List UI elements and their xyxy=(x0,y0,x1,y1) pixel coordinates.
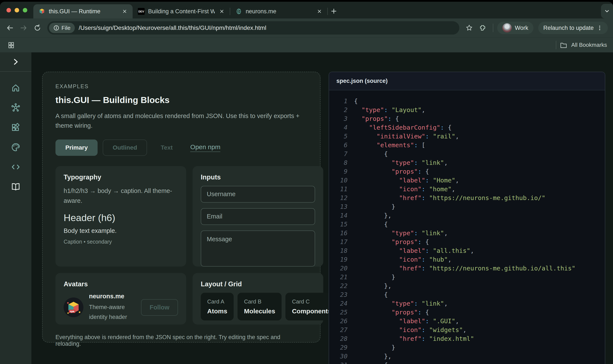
zoom-window-button[interactable] xyxy=(23,8,27,13)
code-line: 6 "elements": [ xyxy=(329,141,605,150)
code-line: 22 }, xyxy=(329,282,605,290)
reload-button[interactable] xyxy=(31,22,43,34)
bookmark-star-icon[interactable] xyxy=(463,22,475,34)
mini-card-eyebrow: Card B xyxy=(244,298,275,305)
avatar-name: neurons.me xyxy=(89,293,135,300)
mini-card-label: Components xyxy=(292,308,331,315)
email-input[interactable] xyxy=(201,208,315,225)
new-tab-button[interactable] xyxy=(328,5,340,17)
text-button[interactable]: Text xyxy=(152,140,181,156)
mini-card-molecules: Card B Molecules xyxy=(237,293,281,320)
inputs-card: Inputs xyxy=(193,166,323,267)
avatars-card: Avatars npm neurons.me Theme-aware ident… xyxy=(56,273,186,325)
tab-this-gui-runtime[interactable]: this.GUI — Runtime xyxy=(33,4,133,18)
code-line: 24 "type": "link", xyxy=(329,299,605,308)
code-line: 27 "icon": "widgets", xyxy=(329,325,605,334)
tab-title: this.GUI — Runtime xyxy=(49,8,118,15)
book-icon[interactable] xyxy=(11,182,21,192)
code-line: 3 "props": { xyxy=(329,114,605,123)
toolbar-divider xyxy=(493,24,493,32)
follow-button[interactable]: Follow xyxy=(141,299,178,316)
code-line: 11 "icon": "home", xyxy=(329,185,605,194)
tab-search-button[interactable] xyxy=(601,4,613,18)
apps-grid-icon[interactable] xyxy=(5,39,17,51)
all-bookmarks-label: All Bookmarks xyxy=(571,42,607,48)
code-line: 19 "icon": "hub", xyxy=(329,255,605,264)
header-sample: Header (h6) xyxy=(64,212,178,223)
info-icon xyxy=(53,25,59,31)
npm-cube-avatar: npm xyxy=(64,298,84,317)
code-lines[interactable]: 1{2 "type": "Layout",3 "props": {4 "left… xyxy=(329,90,605,364)
close-tab-icon[interactable] xyxy=(121,8,128,15)
profile-avatar xyxy=(502,23,512,33)
forward-button[interactable] xyxy=(18,22,30,34)
main-area: EXAMPLES this.GUI — Building Blocks A sm… xyxy=(31,52,613,364)
window-controls xyxy=(0,2,33,18)
svg-text:npm: npm xyxy=(70,310,74,313)
home-icon[interactable] xyxy=(11,83,21,93)
code-icon[interactable] xyxy=(11,162,21,172)
code-line: 7 { xyxy=(329,150,605,158)
tab-title: Building a Content-First Web xyxy=(148,8,215,15)
code-line: 31 { xyxy=(329,361,605,364)
browser-toolbar: File /Users/suign/Desktop/Neuroverse/all… xyxy=(0,18,613,37)
card-title: Typography xyxy=(64,173,178,181)
expand-sidebar-button[interactable] xyxy=(0,52,31,71)
code-line: 26 "label": ".GUI", xyxy=(329,317,605,325)
close-tab-icon[interactable] xyxy=(218,8,225,15)
examples-eyebrow: EXAMPLES xyxy=(56,83,307,90)
back-button[interactable] xyxy=(4,22,16,34)
address-bar[interactable]: File /Users/suign/Desktop/Neuroverse/all… xyxy=(47,21,459,35)
palette-icon[interactable] xyxy=(11,142,21,152)
tab-title: neurons.me xyxy=(246,8,312,15)
code-line: 14 }, xyxy=(329,211,605,220)
message-input[interactable] xyxy=(201,231,315,267)
code-line: 4 "leftSidebarConfig": { xyxy=(329,123,605,132)
card-grid: Typography h1/h2/h3 → body → caption. Al… xyxy=(56,166,307,325)
close-window-button[interactable] xyxy=(6,8,11,13)
open-npm-link[interactable]: Open npm xyxy=(190,143,220,152)
profile-button[interactable]: Work xyxy=(497,22,533,34)
code-line: 28 "href": "index.html" xyxy=(329,334,605,343)
examples-gallery-panel: EXAMPLES this.GUI — Building Blocks A sm… xyxy=(42,72,320,342)
extensions-icon[interactable] xyxy=(477,22,489,34)
mini-card-label: Molecules xyxy=(244,308,275,315)
code-line: 29 } xyxy=(329,343,605,352)
card-title: Avatars xyxy=(64,280,178,288)
close-tab-icon[interactable] xyxy=(316,8,323,15)
mini-card-label: Atoms xyxy=(207,308,227,315)
code-line: 8 "type": "link", xyxy=(329,158,605,167)
code-line: 5 "initialView": "rail", xyxy=(329,132,605,141)
body-sample: Body text example. xyxy=(64,227,178,234)
all-bookmarks-button[interactable]: All Bookmarks xyxy=(560,41,607,49)
relaunch-to-update-button[interactable]: Relaunch to update xyxy=(538,22,608,34)
brain-icon xyxy=(235,8,242,15)
profile-label: Work xyxy=(515,25,528,31)
primary-button[interactable]: Primary xyxy=(56,140,98,156)
code-line: 18 "label": "all.this", xyxy=(329,246,605,255)
dev-icon: DEV xyxy=(138,8,145,15)
cube-icon xyxy=(39,8,45,15)
page-description: A small gallery of atoms and molecules r… xyxy=(56,111,307,130)
code-line: 25 "props": { xyxy=(329,308,605,317)
tab-neurons-me[interactable]: neurons.me xyxy=(230,4,327,18)
code-line: 23 { xyxy=(329,290,605,299)
code-panel-title: spec.json (source) xyxy=(329,72,605,90)
code-line: 13 } xyxy=(329,202,605,211)
code-line: 30 }, xyxy=(329,352,605,361)
outlined-button[interactable]: Outlined xyxy=(103,140,147,156)
tab-building-content-first-web[interactable]: DEV Building a Content-First Web xyxy=(133,4,230,18)
minimize-window-button[interactable] xyxy=(15,8,19,13)
widgets-icon[interactable] xyxy=(11,122,21,133)
code-line: 16 "type": "link", xyxy=(329,229,605,238)
code-line: 9 "props": { xyxy=(329,167,605,176)
page-title: this.GUI — Building Blocks xyxy=(56,95,307,105)
username-input[interactable] xyxy=(201,186,315,203)
folder-icon xyxy=(560,41,567,49)
page-content: EXAMPLES this.GUI — Building Blocks A sm… xyxy=(0,52,613,364)
file-scheme-chip[interactable]: File xyxy=(49,23,75,33)
mini-card-eyebrow: Card C xyxy=(292,298,331,305)
kebab-menu-icon[interactable] xyxy=(597,25,603,31)
hub-icon[interactable] xyxy=(11,103,21,113)
spec-json-panel: spec.json (source) 1{2 "type": "Layout",… xyxy=(329,72,605,364)
